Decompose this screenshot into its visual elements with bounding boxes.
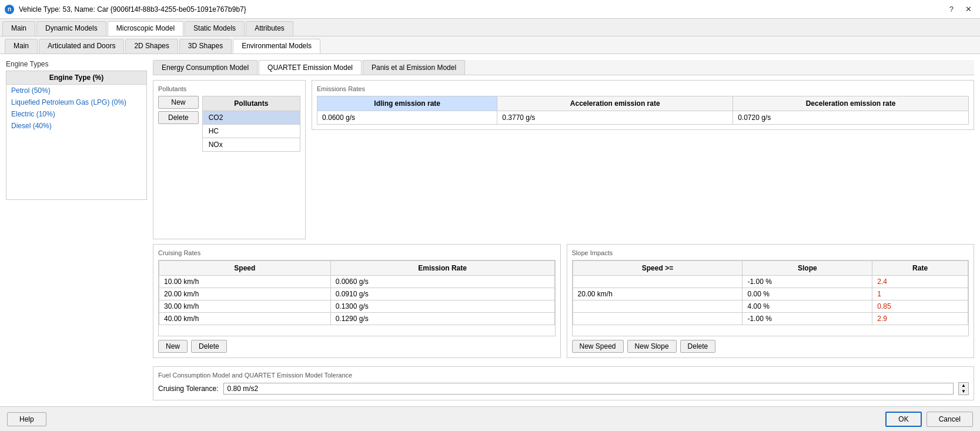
tab-energy-consumption[interactable]: Energy Consumption Model	[153, 60, 257, 75]
app-icon: n	[5, 5, 14, 14]
engine-types-panel: Engine Types Engine Type (%) Petrol (50%…	[6, 60, 147, 400]
pollutants-col-header: Pollutants	[202, 96, 300, 111]
tab-attributes[interactable]: Attributes	[246, 21, 293, 36]
cruising-controls: New Delete	[158, 340, 556, 353]
col-acceleration: Acceleration emission rate	[497, 96, 733, 111]
slope-row-4[interactable]: -1.00 % 2.9	[573, 313, 968, 325]
slope-table: Speed >= Slope Rate -1.00 % 2.4	[573, 260, 969, 325]
pollutant-row-co2[interactable]: CO2	[202, 111, 300, 125]
model-tabs: Energy Consumption Model QUARTET Emissio…	[153, 60, 974, 75]
tab-main[interactable]: Main	[2, 21, 35, 36]
cruising-rates-panel: Cruising Rates Speed Emission Rate 10.00…	[153, 244, 561, 358]
subtab-main[interactable]: Main	[5, 39, 38, 54]
engine-row-electric[interactable]: Electric (10%)	[6, 108, 146, 120]
tolerance-spinner: ▲ ▼	[958, 382, 969, 395]
subtab-2d[interactable]: 2D Shapes	[125, 39, 178, 54]
pollutants-section: Pollutants New Delete Pollutants	[153, 80, 306, 239]
col-idling: Idling emission rate	[317, 96, 497, 111]
pollutants-delete-button[interactable]: Delete	[158, 111, 199, 124]
cruising-row-3[interactable]: 30.00 km/h 0.1300 g/s	[159, 300, 555, 313]
subtab-3d[interactable]: 3D Shapes	[179, 39, 232, 54]
window-title: Vehicle Type: 53, Name: Car {9006f14f-88…	[19, 5, 946, 14]
emissions-rates-table: Idling emission rate Acceleration emissi…	[317, 96, 969, 125]
middle-section: Pollutants New Delete Pollutants	[153, 80, 974, 239]
slope-controls: New Speed New Slope Delete	[572, 340, 969, 353]
engine-table: Engine Type (%) Petrol (50%) Liquefied P…	[6, 71, 147, 200]
pollutant-row-hc[interactable]: HC	[202, 125, 300, 138]
pollutants-table-wrapper: Pollutants CO2 HC	[202, 96, 300, 152]
slope-row-1[interactable]: -1.00 % 2.4	[573, 276, 968, 288]
tab-panis[interactable]: Panis et al Emission Model	[363, 60, 465, 75]
title-bar-controls: ? ✕	[946, 4, 975, 15]
slope-row-3[interactable]: 4.00 % 0.85	[573, 300, 968, 313]
help-bottom-button[interactable]: Help	[7, 412, 46, 426]
cruising-col-rate: Emission Rate	[330, 261, 554, 276]
engine-row-diesel[interactable]: Diesel (40%)	[6, 120, 146, 132]
new-speed-button[interactable]: New Speed	[572, 340, 624, 353]
engine-row-petrol[interactable]: Petrol (50%)	[6, 85, 146, 96]
slope-col-slope: Slope	[742, 261, 872, 276]
content-area: Engine Types Engine Type (%) Petrol (50%…	[0, 54, 980, 406]
spinner-up[interactable]: ▲	[959, 383, 968, 389]
close-button[interactable]: ✕	[962, 4, 975, 15]
spinner-down[interactable]: ▼	[959, 389, 968, 395]
cruising-row-4[interactable]: 40.00 km/h 0.1290 g/s	[159, 313, 555, 325]
title-bar: n Vehicle Type: 53, Name: Car {9006f14f-…	[0, 0, 980, 19]
engine-row-lpg[interactable]: Liquefied Petroleum Gas (LPG) (0%)	[6, 96, 146, 108]
cruising-table-wrapper[interactable]: Speed Emission Rate 10.00 km/h 0.0060 g/…	[158, 260, 556, 336]
pollutants-label: Pollutants	[158, 85, 300, 92]
slope-row-2[interactable]: 20.00 km/h 0.00 % 1	[573, 288, 968, 300]
val-deceleration[interactable]: 0.0720 g/s	[733, 111, 969, 125]
slope-impacts-panel: Slope Impacts Speed >= Slope Rate	[567, 244, 975, 358]
new-slope-button[interactable]: New Slope	[627, 340, 677, 353]
col-deceleration: Deceleration emission rate	[733, 96, 969, 111]
tab-quartet[interactable]: QUARTET Emission Model	[259, 60, 362, 75]
tolerance-row: Cruising Tolerance: ▲ ▼	[158, 382, 969, 395]
val-idling[interactable]: 0.0600 g/s	[317, 111, 497, 125]
bottom-bar: Help OK Cancel	[0, 406, 980, 431]
pollutants-new-button[interactable]: New	[158, 96, 199, 109]
engine-types-label: Engine Types	[6, 60, 147, 68]
subtab-environmental[interactable]: Environmental Models	[233, 39, 320, 54]
tolerance-section: Fuel Consumption Model and QUARTET Emiss…	[153, 366, 974, 400]
sub-tabs: Main Articulated and Doors 2D Shapes 3D …	[0, 36, 980, 54]
engine-table-header: Engine Type (%)	[6, 71, 146, 85]
slope-col-rate: Rate	[872, 261, 968, 276]
slope-col-speed: Speed >=	[573, 261, 742, 276]
cancel-button[interactable]: Cancel	[927, 412, 973, 427]
cruising-table: Speed Emission Rate 10.00 km/h 0.0060 g/…	[159, 260, 555, 325]
pollutant-row-nox[interactable]: NOx	[202, 138, 300, 152]
pollutants-buttons: New Delete	[158, 96, 199, 152]
slope-impacts-label: Slope Impacts	[572, 249, 969, 256]
cruising-tolerance-input[interactable]	[223, 383, 954, 395]
cruising-new-button[interactable]: New	[158, 340, 188, 353]
main-tabs: Main Dynamic Models Microscopic Model St…	[0, 19, 980, 36]
pollutants-table: Pollutants CO2 HC	[202, 96, 300, 152]
emissions-rates-panel: Emissions Rates Idling emission rate Acc…	[312, 80, 974, 130]
emissions-rates-label: Emissions Rates	[317, 85, 969, 92]
slope-delete-button[interactable]: Delete	[680, 340, 716, 353]
cruising-rates-label: Cruising Rates	[158, 249, 556, 256]
pollutants-inner: New Delete Pollutants	[158, 96, 300, 152]
help-button[interactable]: ?	[946, 4, 957, 15]
subtab-articulated[interactable]: Articulated and Doors	[39, 39, 124, 54]
tab-microscopic-model[interactable]: Microscopic Model	[108, 21, 183, 36]
emissions-section: Emissions Rates Idling emission rate Acc…	[312, 80, 974, 239]
val-acceleration[interactable]: 0.3770 g/s	[497, 111, 733, 125]
bottom-bar-right: OK Cancel	[885, 412, 973, 427]
lower-section: Cruising Rates Speed Emission Rate 10.00…	[153, 244, 974, 358]
ok-button[interactable]: OK	[885, 412, 921, 427]
tab-dynamic-models[interactable]: Dynamic Models	[36, 21, 106, 36]
tab-static-models[interactable]: Static Models	[185, 21, 245, 36]
slope-table-wrapper[interactable]: Speed >= Slope Rate -1.00 % 2.4	[572, 260, 969, 336]
right-panel: Energy Consumption Model QUARTET Emissio…	[153, 60, 974, 400]
cruising-row-2[interactable]: 20.00 km/h 0.0910 g/s	[159, 288, 555, 300]
tolerance-label: Fuel Consumption Model and QUARTET Emiss…	[158, 372, 969, 379]
cruising-tolerance-label: Cruising Tolerance:	[158, 385, 219, 393]
cruising-col-speed: Speed	[159, 261, 331, 276]
cruising-row-1[interactable]: 10.00 km/h 0.0060 g/s	[159, 276, 555, 288]
cruising-delete-button[interactable]: Delete	[191, 340, 227, 353]
